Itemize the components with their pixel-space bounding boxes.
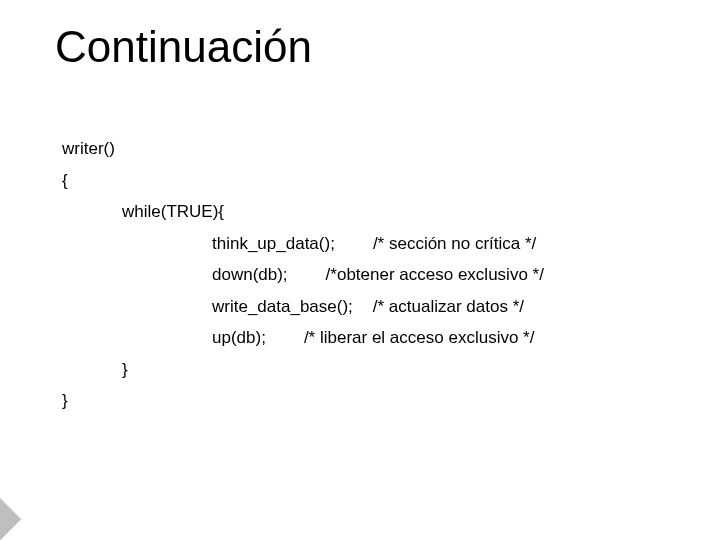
code-line: write_data_base();/* actualizar datos */ (212, 294, 662, 320)
code-line: writer() (62, 136, 662, 162)
code-comment: /*obtener acceso exclusivo */ (326, 265, 544, 284)
code-stmt: think_up_data(); (212, 234, 335, 253)
code-stmt: down(db); (212, 265, 288, 284)
code-comment: /* sección no crítica */ (373, 234, 536, 253)
corner-fold-icon (0, 498, 42, 540)
code-line: } (62, 388, 662, 414)
code-line: while(TRUE){ (122, 199, 662, 225)
code-stmt: write_data_base(); (212, 297, 353, 316)
code-line: { (62, 168, 662, 194)
slide-title: Continuación (55, 22, 312, 72)
code-line: up(db);/* liberar el acceso exclusivo */ (212, 325, 662, 351)
code-comment: /* liberar el acceso exclusivo */ (304, 328, 535, 347)
code-block: writer() { while(TRUE){ think_up_data();… (62, 130, 662, 420)
code-line: think_up_data();/* sección no crítica */ (212, 231, 662, 257)
code-stmt: up(db); (212, 328, 266, 347)
slide: Continuación writer() { while(TRUE){ thi… (0, 0, 720, 540)
code-line: } (122, 357, 662, 383)
code-line: down(db);/*obtener acceso exclusivo */ (212, 262, 662, 288)
code-comment: /* actualizar datos */ (373, 297, 524, 316)
